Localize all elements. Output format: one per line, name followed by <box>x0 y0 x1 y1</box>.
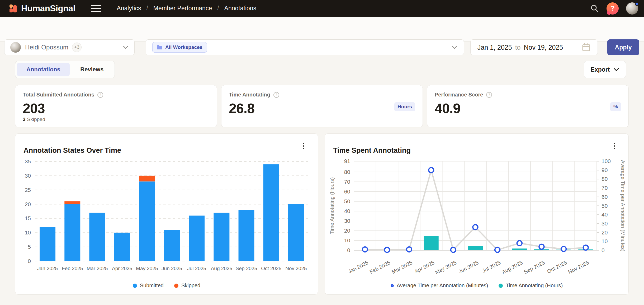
svg-text:Time Annotating (Hours): Time Annotating (Hours) <box>329 177 335 234</box>
tab-reviews[interactable]: Reviews <box>71 63 113 76</box>
legend-item-skipped[interactable]: Skipped <box>174 283 200 289</box>
kpi-title: Total Submitted Annotations <box>23 92 94 98</box>
tab-annotations[interactable]: Annotations <box>17 63 70 76</box>
svg-text:100: 100 <box>602 158 611 164</box>
svg-text:70: 70 <box>344 179 350 185</box>
export-label: Export <box>591 66 610 73</box>
kpi-time-annotating: Time Annotating ? 26.8 Hours <box>221 85 423 127</box>
legend-swatch-ring <box>391 284 394 287</box>
date-range-input[interactable]: Jan 1, 2025 to Nov 19, 2025 <box>470 39 598 55</box>
filter-toolbar: Heidi Opossum +3 All Workspaces Jan 1, 2… <box>0 17 644 41</box>
app-root: HumanSignal Analytics / Member Performan… <box>0 0 644 305</box>
brand[interactable]: HumanSignal <box>10 3 75 13</box>
chart-menu-icon[interactable] <box>299 141 308 151</box>
svg-text:10: 10 <box>602 238 608 244</box>
svg-text:50: 50 <box>602 203 608 209</box>
help-circle-icon[interactable]: ? <box>273 92 279 98</box>
export-button[interactable]: Export <box>584 61 626 78</box>
svg-text:30: 30 <box>602 220 608 227</box>
legend-item-time-annotating[interactable]: Time Annotating (Hours) <box>499 283 563 289</box>
svg-text:20: 20 <box>602 229 608 235</box>
svg-text:20: 20 <box>25 201 31 207</box>
date-to: Nov 19, 2025 <box>524 44 563 51</box>
search-icon[interactable] <box>590 4 599 13</box>
workspace-chip-label: All Workspaces <box>165 44 202 50</box>
top-bar: HumanSignal Analytics / Member Performan… <box>0 0 644 17</box>
workspace-chip[interactable]: All Workspaces <box>152 42 207 53</box>
kpi-total-submitted-annotations: Total Submitted Annotations ? 203 3Skipp… <box>15 85 217 127</box>
breadcrumb-analytics[interactable]: Analytics <box>117 5 141 12</box>
skipped-count: 3 <box>23 117 26 122</box>
svg-text:20: 20 <box>344 228 350 234</box>
kpi-footer: 3Skipped <box>23 117 45 122</box>
legend-item-avg-time[interactable]: Average Time per Annotation (Minutes) <box>391 283 488 289</box>
help-circle-icon[interactable]: ? <box>486 92 492 98</box>
svg-text:Aug 2025: Aug 2025 <box>501 260 524 275</box>
brand-name: HumanSignal <box>21 3 75 13</box>
svg-text:Nov 2025: Nov 2025 <box>567 260 590 275</box>
time-spent-annotating-chart: 0102030405060708091010203040506070809010… <box>325 134 629 295</box>
svg-text:60: 60 <box>344 188 350 195</box>
kpi-performance-score: Performance Score ? 40.9 % <box>427 85 629 127</box>
help-circle-icon[interactable]: ? <box>97 92 103 98</box>
chart-title: Annotation States Over Time <box>23 146 121 155</box>
unit-badge: Hours <box>394 102 415 111</box>
svg-text:Aug 2025: Aug 2025 <box>211 266 232 271</box>
skipped-label: Skipped <box>27 117 45 122</box>
svg-text:0: 0 <box>347 247 350 253</box>
svg-text:Feb 2025: Feb 2025 <box>62 266 83 271</box>
svg-text:Sep 2025: Sep 2025 <box>523 260 546 275</box>
svg-text:10: 10 <box>25 229 31 235</box>
annotation-states-chart-card: 05101520253035Jan 2025Feb 2025Mar 2025Ap… <box>15 133 318 295</box>
svg-text:25: 25 <box>25 187 31 193</box>
svg-text:Jul 2025: Jul 2025 <box>481 260 501 274</box>
user-avatar[interactable] <box>626 2 638 15</box>
svg-text:Jun 2025: Jun 2025 <box>458 260 480 275</box>
chart-legend: Average Time per Annotation (Minutes) Ti… <box>325 283 628 289</box>
svg-text:0: 0 <box>28 258 31 264</box>
legend-swatch <box>133 284 137 288</box>
svg-text:30: 30 <box>344 218 350 224</box>
tabs: Annotations Reviews <box>15 61 115 78</box>
svg-text:Jul 2025: Jul 2025 <box>187 266 206 271</box>
chevron-down-icon <box>452 45 457 49</box>
svg-text:0: 0 <box>602 247 605 253</box>
kpi-value: 203 <box>23 100 209 116</box>
legend-swatch <box>174 284 178 288</box>
legend-item-submitted[interactable]: Submitted <box>133 283 164 289</box>
apply-button[interactable]: Apply <box>607 39 639 55</box>
kpi-title: Performance Score <box>435 92 483 98</box>
breadcrumb-member-performance[interactable]: Member Performance <box>153 5 212 12</box>
svg-text:Nov 2025: Nov 2025 <box>285 266 307 271</box>
kpi-title: Time Annotating <box>229 92 270 98</box>
svg-text:50: 50 <box>344 198 350 204</box>
breadcrumb-separator: / <box>146 5 148 12</box>
svg-text:40: 40 <box>344 208 350 214</box>
date-from: Jan 1, 2025 <box>477 44 512 51</box>
svg-text:Jan 2025: Jan 2025 <box>347 260 369 275</box>
breadcrumb-annotations[interactable]: Annotations <box>224 5 256 12</box>
svg-text:80: 80 <box>602 176 608 182</box>
svg-text:Apr 2025: Apr 2025 <box>414 260 435 274</box>
svg-text:10: 10 <box>344 237 350 243</box>
svg-text:Feb 2025: Feb 2025 <box>369 260 391 275</box>
svg-text:Mar 2025: Mar 2025 <box>87 266 108 271</box>
menu-icon[interactable] <box>91 5 101 12</box>
help-icon[interactable]: ? <box>607 2 619 15</box>
member-extra-count-badge: +3 <box>72 43 82 52</box>
chart-menu-icon[interactable] <box>609 141 619 151</box>
svg-text:May 2025: May 2025 <box>434 260 457 275</box>
member-select[interactable]: Heidi Opossum +3 <box>4 39 135 55</box>
online-badge <box>635 2 639 6</box>
humansignal-logo-icon <box>10 4 17 12</box>
member-avatar <box>10 42 21 53</box>
svg-text:5: 5 <box>28 244 31 250</box>
legend-swatch <box>499 284 503 288</box>
calendar-icon[interactable] <box>582 43 591 52</box>
breadcrumb: Analytics / Member Performance / Annotat… <box>117 5 256 12</box>
svg-text:Apr 2025: Apr 2025 <box>112 266 132 271</box>
chevron-down-icon <box>123 45 129 49</box>
svg-text:15: 15 <box>25 215 31 221</box>
svg-text:Jan 2025: Jan 2025 <box>37 266 58 271</box>
workspace-select[interactable]: All Workspaces <box>146 39 464 55</box>
